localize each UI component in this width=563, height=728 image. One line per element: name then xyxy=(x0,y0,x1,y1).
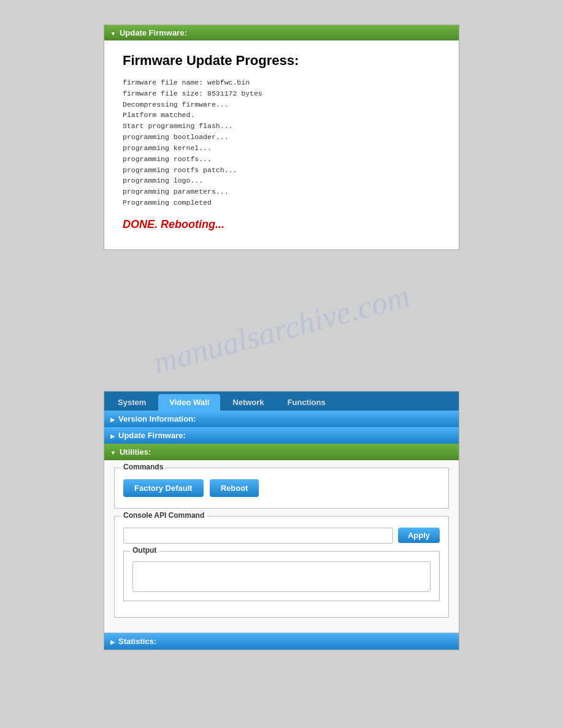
firmware-panel-header: Update Firmware: xyxy=(104,25,459,40)
utilities-content: Commands Factory Default Reboot Console … xyxy=(104,460,459,633)
log-line-11: programming parameters... xyxy=(123,186,440,197)
console-api-input[interactable] xyxy=(123,528,393,544)
firmware-header-arrow xyxy=(110,28,116,37)
statistics-header[interactable]: Statistics: xyxy=(104,633,459,650)
version-info-label: Version Information: xyxy=(118,414,196,423)
utilities-label: Utilities: xyxy=(120,447,151,457)
version-info-header[interactable]: Version Information: xyxy=(104,411,459,427)
log-line-9: programming rootfs patch... xyxy=(123,165,440,176)
log-line-5: Start programming flash... xyxy=(123,121,440,132)
reboot-button[interactable]: Reboot xyxy=(210,479,259,497)
log-line-1: firmware file name: webfwc.bin xyxy=(123,77,440,88)
console-input-row: Apply xyxy=(123,528,440,544)
log-line-3: Decompressing firmware... xyxy=(123,99,440,110)
watermark-text: manualsarchive.com xyxy=(150,278,413,381)
commands-legend: Commands xyxy=(121,463,166,471)
log-line-2: firmware file size: 8531172 bytes xyxy=(123,88,440,99)
tab-network[interactable]: Network xyxy=(221,394,275,411)
utilities-arrow xyxy=(110,447,116,457)
log-line-10: programming logo... xyxy=(123,175,440,186)
firmware-log: firmware file name: webfwc.bin firmware … xyxy=(123,77,440,208)
factory-default-button[interactable]: Factory Default xyxy=(123,479,204,497)
log-line-8: programming rootfs... xyxy=(123,154,440,165)
update-firmware-label: Update Firmware: xyxy=(118,431,186,440)
firmware-header-label: Update Firmware: xyxy=(120,28,187,37)
system-panel: System Video Wall Network Functions Vers… xyxy=(104,391,459,650)
utilities-header[interactable]: Utilities: xyxy=(104,444,459,460)
watermark-area: manualsarchive.com xyxy=(104,268,459,391)
output-fieldset: Output xyxy=(123,551,440,601)
log-line-4: Platform matched. xyxy=(123,110,440,121)
page-wrapper: Update Firmware: Firmware Update Progres… xyxy=(0,12,563,650)
firmware-done-text: DONE. Rebooting... xyxy=(123,218,440,231)
update-firmware-header[interactable]: Update Firmware: xyxy=(104,427,459,444)
tab-functions[interactable]: Functions xyxy=(277,394,337,411)
log-line-7: programming kernel... xyxy=(123,143,440,154)
apply-button[interactable]: Apply xyxy=(398,528,440,543)
tab-video-wall[interactable]: Video Wall xyxy=(158,394,220,411)
tab-system[interactable]: System xyxy=(107,394,157,411)
update-firmware-arrow xyxy=(110,431,115,440)
tab-bar: System Video Wall Network Functions xyxy=(104,392,459,411)
commands-row: Factory Default Reboot xyxy=(123,479,440,497)
log-line-6: programming bootloader... xyxy=(123,132,440,143)
log-line-12: Programming completed xyxy=(123,197,440,208)
output-legend: Output xyxy=(130,546,159,555)
firmware-panel-body: Firmware Update Progress: firmware file … xyxy=(104,40,459,249)
console-api-legend: Console API Command xyxy=(121,511,207,520)
firmware-panel: Update Firmware: Firmware Update Progres… xyxy=(104,25,459,250)
statistics-arrow xyxy=(110,637,115,646)
statistics-label: Statistics: xyxy=(118,637,156,646)
commands-fieldset: Commands Factory Default Reboot xyxy=(114,468,449,509)
console-api-fieldset: Console API Command Apply Output xyxy=(114,516,449,618)
firmware-title: Firmware Update Progress: xyxy=(123,53,440,69)
output-area xyxy=(132,561,431,592)
version-info-arrow xyxy=(110,414,115,423)
